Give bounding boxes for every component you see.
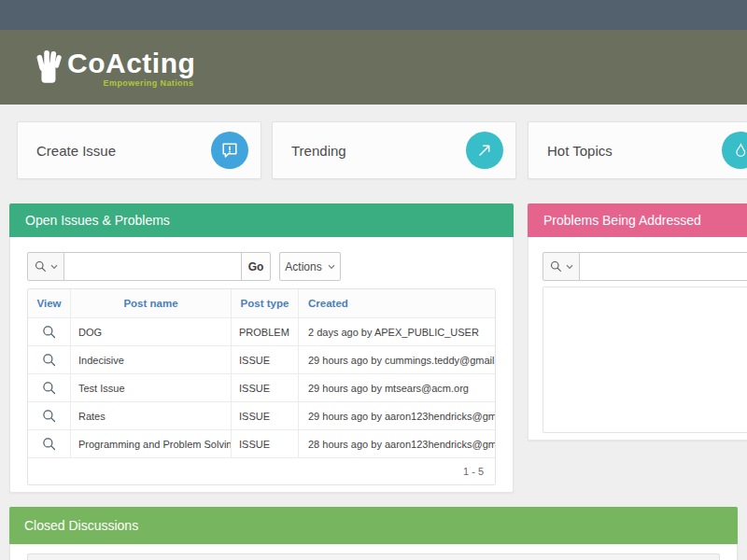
table-row: Indecisive ISSUE 29 hours ago by cumming… bbox=[28, 346, 495, 374]
magnifier-icon bbox=[42, 409, 56, 423]
table-row: Rates ISSUE 29 hours ago by aaron123hend… bbox=[28, 402, 495, 430]
magnifier-icon bbox=[42, 381, 56, 395]
search-icon bbox=[550, 260, 562, 273]
closed-discussions-title: Closed Discussions bbox=[24, 518, 138, 533]
created-cell: 2 days ago by APEX_PUBLIC_USER bbox=[299, 318, 495, 345]
search-icon bbox=[35, 260, 47, 273]
brand-header: CoActing Empowering Nations bbox=[0, 30, 747, 105]
hot-topics-card[interactable]: Hot Topics bbox=[528, 121, 747, 179]
table-row: DOG PROBLEM 2 days ago by APEX_PUBLIC_US… bbox=[28, 318, 495, 346]
actions-label: Actions bbox=[285, 260, 321, 273]
post-type-cell: ISSUE bbox=[232, 430, 299, 457]
flame-icon[interactable] bbox=[722, 132, 747, 169]
post-name-cell: Indecisive bbox=[71, 346, 232, 373]
open-issues-panel: Open Issues & Problems Go Actions bbox=[9, 203, 514, 493]
issues-table-rows: DOG PROBLEM 2 days ago by APEX_PUBLIC_US… bbox=[28, 318, 495, 458]
magnifier-icon bbox=[42, 353, 56, 367]
post-name-cell: Rates bbox=[71, 402, 232, 429]
view-row-button[interactable] bbox=[28, 346, 71, 373]
closed-discussions-panel: Closed Discussions bbox=[9, 507, 738, 560]
app-logo[interactable]: CoActing Empowering Nations bbox=[34, 43, 195, 90]
view-row-button[interactable] bbox=[28, 374, 71, 401]
created-cell: 29 hours ago by aaron123hendricks@gmail.… bbox=[299, 402, 495, 429]
created-cell: 29 hours ago by cummings.teddy@gmail.com bbox=[299, 346, 495, 373]
view-row-button[interactable] bbox=[28, 430, 71, 457]
problems-panel-header: Problems Being Addressed bbox=[528, 203, 747, 237]
search-options-button[interactable] bbox=[543, 252, 580, 281]
created-cell: 28 hours ago by aaron123hendricks@gmail.… bbox=[299, 430, 495, 457]
post-type-cell: ISSUE bbox=[232, 402, 299, 429]
chevron-down-icon bbox=[566, 264, 573, 270]
column-header-post-type[interactable]: Post type bbox=[232, 289, 299, 317]
closed-discussions-body bbox=[9, 544, 738, 560]
issues-table-header: View Post name Post type Created bbox=[28, 289, 495, 318]
issues-search-toolbar: Go Actions bbox=[27, 252, 496, 281]
issue-bubble-icon[interactable] bbox=[211, 132, 248, 169]
column-header-view[interactable]: View bbox=[28, 289, 71, 317]
created-cell: 29 hours ago by mtsears@acm.org bbox=[299, 374, 495, 401]
column-header-created[interactable]: Created bbox=[299, 289, 495, 317]
problems-panel: Problems Being Addressed bbox=[528, 203, 747, 441]
chevron-down-icon bbox=[50, 264, 58, 270]
arrow-up-right-icon[interactable] bbox=[466, 132, 503, 169]
go-button[interactable]: Go bbox=[241, 252, 271, 281]
trending-label: Trending bbox=[291, 143, 466, 159]
top-bar bbox=[0, 0, 747, 30]
fist-logo-icon bbox=[34, 43, 62, 90]
magnifier-icon bbox=[42, 325, 56, 339]
chevron-down-icon bbox=[328, 264, 335, 270]
open-issues-title: Open Issues & Problems bbox=[25, 213, 170, 228]
create-issue-label: Create Issue bbox=[36, 143, 211, 159]
view-row-button[interactable] bbox=[28, 402, 71, 429]
issues-search-input[interactable] bbox=[64, 252, 242, 281]
closed-discussions-toolbar-stub bbox=[27, 553, 720, 560]
issues-table: View Post name Post type Created DOG PRO… bbox=[27, 288, 496, 485]
closed-discussions-header: Closed Discussions bbox=[9, 507, 738, 544]
hot-topics-label: Hot Topics bbox=[547, 143, 722, 159]
post-name-cell: Test Issue bbox=[71, 374, 232, 401]
post-name-cell: DOG bbox=[71, 318, 232, 345]
post-type-cell: ISSUE bbox=[232, 346, 299, 373]
problems-title: Problems Being Addressed bbox=[543, 213, 701, 228]
open-issues-panel-header: Open Issues & Problems bbox=[9, 203, 514, 237]
actions-menu-button[interactable]: Actions bbox=[279, 252, 341, 281]
table-row: Test Issue ISSUE 29 hours ago by mtsears… bbox=[28, 374, 495, 402]
magnifier-icon bbox=[42, 437, 56, 451]
view-row-button[interactable] bbox=[28, 318, 71, 345]
problems-search-input[interactable] bbox=[580, 252, 747, 281]
problems-search-toolbar bbox=[543, 252, 747, 281]
problems-empty-region bbox=[543, 287, 747, 433]
pagination-status: 1 - 5 bbox=[28, 458, 495, 484]
post-type-cell: ISSUE bbox=[232, 374, 299, 401]
create-issue-card[interactable]: Create Issue bbox=[17, 121, 261, 179]
trending-card[interactable]: Trending bbox=[272, 121, 516, 179]
problems-panel-body bbox=[528, 237, 747, 441]
post-type-cell: PROBLEM bbox=[232, 318, 299, 345]
column-header-post-name[interactable]: Post name bbox=[71, 289, 232, 317]
table-row: Programming and Problem Solving ISSUE 28… bbox=[28, 430, 495, 458]
search-options-button[interactable] bbox=[27, 252, 64, 281]
app-tagline: Empowering Nations bbox=[104, 78, 194, 88]
post-name-cell: Programming and Problem Solving bbox=[71, 430, 232, 457]
open-issues-panel-body: Go Actions View Post name Post type Crea… bbox=[9, 237, 514, 493]
app-window: CoActing Empowering Nations Create Issue… bbox=[0, 0, 747, 560]
